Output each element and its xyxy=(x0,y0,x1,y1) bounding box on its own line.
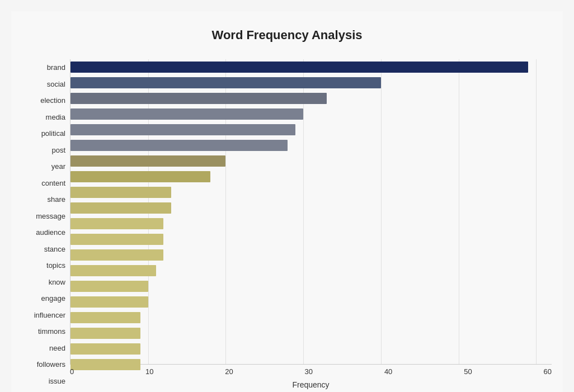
x-axis-label: Frequency xyxy=(70,380,552,389)
bar xyxy=(70,93,327,104)
bar-row xyxy=(70,281,552,292)
bar-row xyxy=(70,108,552,120)
bar-row xyxy=(70,77,552,88)
chart-title: Word Frequency Analysis xyxy=(22,28,552,42)
bar-row xyxy=(70,249,552,261)
bar-row xyxy=(70,187,552,198)
y-label: media xyxy=(46,109,65,125)
x-tick: 40 xyxy=(384,367,392,376)
bar xyxy=(70,296,148,308)
y-label: engage xyxy=(41,291,65,306)
y-label: social xyxy=(47,76,65,92)
y-label: year xyxy=(51,159,65,174)
bar-row xyxy=(70,202,552,214)
bar xyxy=(70,187,171,198)
x-tick: 30 xyxy=(305,367,313,376)
chart-container: Word Frequency Analysis brandsocialelect… xyxy=(11,11,563,392)
bar-row xyxy=(70,328,552,339)
y-label: know xyxy=(49,274,65,290)
bars-area xyxy=(70,59,552,365)
bar-row xyxy=(70,218,552,229)
bar xyxy=(70,77,381,88)
y-label: brand xyxy=(47,60,65,75)
y-label: topics xyxy=(46,258,65,273)
bar xyxy=(70,281,148,292)
y-label: post xyxy=(51,142,65,158)
bar xyxy=(70,171,210,182)
bar-row xyxy=(70,171,552,182)
x-tick: 50 xyxy=(464,367,472,376)
x-tick: 60 xyxy=(543,367,551,376)
bar xyxy=(70,343,140,355)
bar-row xyxy=(70,155,552,167)
bar xyxy=(70,265,156,276)
bar-row xyxy=(70,312,552,323)
y-label: election xyxy=(40,93,65,108)
y-label: content xyxy=(41,175,65,191)
bars-and-x: 0102030405060 Frequency xyxy=(70,59,552,389)
y-label: timmons xyxy=(38,324,65,339)
bar xyxy=(70,124,295,135)
bar xyxy=(70,218,163,229)
x-axis: 0102030405060 xyxy=(70,365,552,376)
y-axis: brandsocialelectionmediapoliticalpostyea… xyxy=(22,59,70,389)
bar xyxy=(70,234,163,245)
y-label: issue xyxy=(49,373,65,389)
bar xyxy=(70,202,171,214)
y-label: followers xyxy=(37,357,65,372)
bar-row xyxy=(70,93,552,104)
bar-row xyxy=(70,265,552,276)
bar xyxy=(70,62,528,73)
bar-row xyxy=(70,140,552,151)
bar xyxy=(70,140,288,151)
x-tick: 0 xyxy=(70,367,74,376)
y-label: influencer xyxy=(34,307,65,323)
y-label: political xyxy=(41,126,65,141)
x-tick: 10 xyxy=(145,367,153,376)
bar-row xyxy=(70,296,552,308)
y-label: share xyxy=(47,192,65,207)
y-label: stance xyxy=(44,241,65,257)
x-tick: 20 xyxy=(225,367,233,376)
bar xyxy=(70,155,225,167)
y-label: message xyxy=(36,208,65,224)
bar-row xyxy=(70,124,552,135)
bar-row xyxy=(70,343,552,355)
bar-row xyxy=(70,62,552,73)
bar xyxy=(70,249,163,261)
chart-area: brandsocialelectionmediapoliticalpostyea… xyxy=(22,59,552,389)
bar xyxy=(70,328,140,339)
bar-row xyxy=(70,234,552,245)
y-label: need xyxy=(49,340,65,356)
bar xyxy=(70,312,140,323)
y-label: audience xyxy=(36,225,65,240)
bar xyxy=(70,108,303,120)
